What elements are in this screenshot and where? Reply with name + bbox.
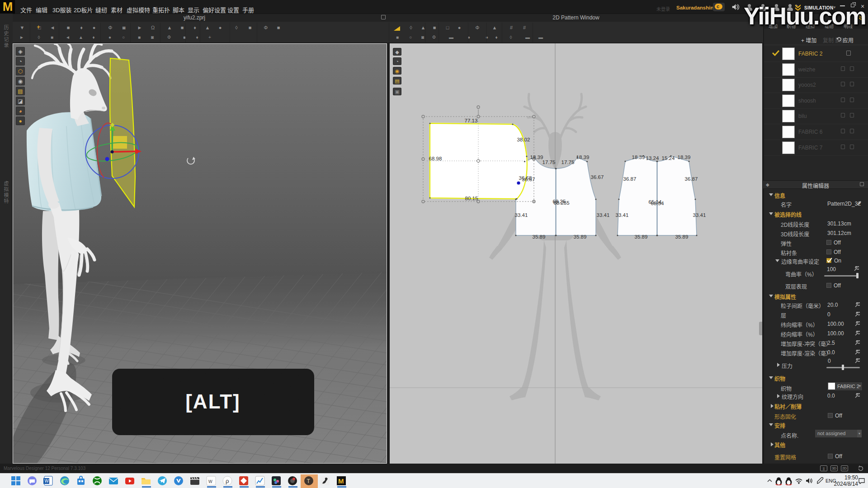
svg-text:33.41: 33.41	[597, 212, 610, 218]
svg-text:35.89: 35.89	[533, 234, 546, 239]
svg-text:68.25: 68.25	[553, 199, 566, 204]
svg-text:36.87: 36.87	[623, 176, 637, 182]
svg-text:T: T	[307, 478, 311, 484]
svg-text:35.89: 35.89	[635, 234, 648, 239]
svg-text:80.15: 80.15	[465, 196, 478, 201]
svg-text:68.98: 68.98	[429, 156, 442, 161]
svg-text:33.41: 33.41	[515, 212, 528, 218]
svg-text:ρ: ρ	[226, 478, 229, 484]
svg-text:M: M	[338, 477, 344, 485]
svg-text:17.75: 17.75	[542, 160, 556, 165]
svg-text:17.75: 17.75	[561, 160, 575, 165]
svg-text:65.14: 65.14	[649, 199, 662, 205]
svg-text:38.02: 38.02	[517, 137, 530, 142]
svg-text:15.24: 15.24	[662, 155, 675, 161]
svg-text:77.13: 77.13	[465, 118, 478, 123]
svg-text:W: W	[45, 479, 49, 483]
svg-text:18.39: 18.39	[576, 155, 590, 160]
svg-text:35.89: 35.89	[675, 234, 689, 239]
svg-text:36.67: 36.67	[522, 177, 535, 182]
svg-text:33.41: 33.41	[616, 212, 629, 218]
svg-text:18.39: 18.39	[530, 155, 543, 160]
svg-text:18.39: 18.39	[678, 155, 691, 160]
svg-text:w: w	[208, 478, 212, 484]
svg-text:36.87: 36.87	[685, 176, 698, 182]
svg-text:13.24: 13.24	[646, 155, 659, 161]
svg-text:35.89: 35.89	[574, 234, 587, 239]
svg-text:[ALT]: [ALT]	[185, 390, 241, 413]
svg-text:33.41: 33.41	[693, 212, 706, 218]
svg-text:18.39: 18.39	[632, 155, 645, 160]
svg-text:36.67: 36.67	[591, 174, 604, 180]
